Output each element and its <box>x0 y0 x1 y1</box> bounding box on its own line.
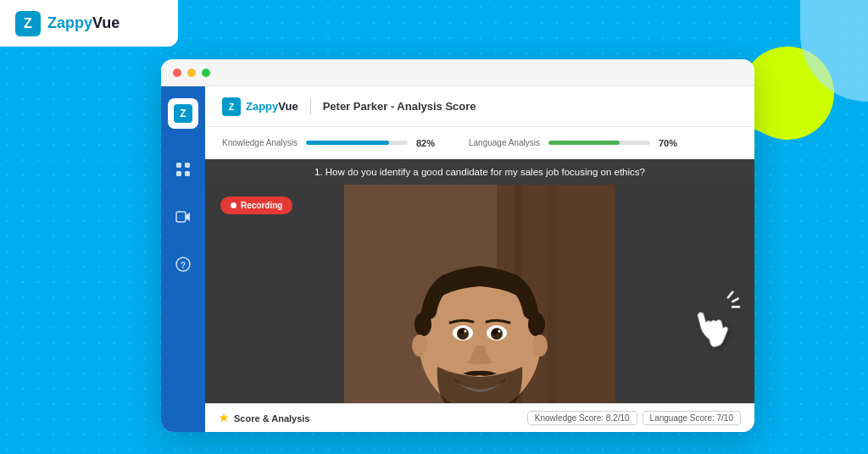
star-icon: ★ <box>219 412 229 424</box>
language-score-badge: Language Score: 7/10 <box>643 411 741 425</box>
svg-rect-5 <box>176 171 181 176</box>
svg-line-0 <box>727 292 734 298</box>
score-badges: Knowledge Score: 8.2/10 Language Score: … <box>527 411 741 425</box>
svg-text:?: ? <box>181 261 186 270</box>
browser-chrome <box>161 59 754 86</box>
sidebar-item-apps[interactable] <box>170 156 197 183</box>
score-analysis-section: ★ Score & Analysis <box>219 412 309 424</box>
svg-rect-3 <box>176 163 181 168</box>
browser-dot-red[interactable] <box>173 69 181 77</box>
app-header: Z ZappyVue Peter Parker - Analysis Score <box>205 86 754 127</box>
knowledge-bar-container <box>306 141 408 145</box>
score-analysis-label: Score & Analysis <box>234 413 309 424</box>
sidebar: Z ? <box>161 86 205 432</box>
svg-point-18 <box>412 335 427 357</box>
language-score-item: Language Analysis 70% <box>469 138 677 148</box>
person-video <box>205 180 754 403</box>
svg-point-27 <box>498 330 501 333</box>
recording-dot <box>231 202 236 208</box>
header-logo-text: ZappyVue <box>246 100 298 113</box>
score-bars: Knowledge Analysis 82% Language Analysis… <box>205 127 754 159</box>
recording-badge: Recording <box>220 197 292 214</box>
svg-point-16 <box>415 313 431 336</box>
browser-dot-yellow[interactable] <box>187 69 196 77</box>
svg-rect-6 <box>185 171 190 176</box>
header-logo-icon: Z <box>222 97 241 116</box>
header-logo: Z ZappyVue <box>222 97 298 116</box>
language-percent: 70% <box>659 138 677 148</box>
sidebar-item-help[interactable]: ? <box>170 251 197 278</box>
svg-rect-7 <box>176 212 186 222</box>
svg-line-2 <box>732 305 739 308</box>
video-area: 1. How do you identify a good candidate … <box>205 159 754 403</box>
bottom-bar: ★ Score & Analysis Knowledge Score: 8.2/… <box>205 403 754 432</box>
knowledge-percent: 82% <box>416 138 435 148</box>
top-logo-icon: Z <box>15 11 41 36</box>
app-layout: Z ? <box>161 86 754 432</box>
header-title: Peter Parker - Analysis Score <box>323 100 476 113</box>
knowledge-label: Knowledge Analysis <box>222 138 298 147</box>
svg-point-24 <box>459 329 464 335</box>
language-bar-container <box>548 141 650 145</box>
svg-point-25 <box>492 329 498 335</box>
sidebar-logo[interactable]: Z <box>168 98 198 129</box>
header-divider <box>310 98 311 115</box>
svg-rect-13 <box>548 180 556 403</box>
top-logo-bar: Z ZappyVue <box>0 0 178 47</box>
knowledge-score-item: Knowledge Analysis 82% <box>222 138 435 148</box>
language-bar-fill <box>548 141 620 145</box>
recording-label: Recording <box>241 201 282 210</box>
main-content: Z ZappyVue Peter Parker - Analysis Score… <box>205 86 754 432</box>
top-logo-text: ZappyVue <box>47 14 120 32</box>
knowledge-score-badge: Knowledge Score: 8.2/10 <box>527 411 637 425</box>
knowledge-bar-fill <box>306 141 389 145</box>
question-bar: 1. How do you identify a good candidate … <box>205 159 754 185</box>
browser-window: Z ? <box>161 59 754 432</box>
sidebar-logo-icon: Z <box>174 104 192 123</box>
language-label: Language Analysis <box>469 138 540 147</box>
sidebar-item-video[interactable] <box>170 203 197 230</box>
svg-point-19 <box>532 335 548 357</box>
svg-point-26 <box>465 330 467 333</box>
svg-rect-4 <box>185 163 190 168</box>
svg-point-17 <box>528 313 545 336</box>
svg-line-1 <box>732 298 739 302</box>
browser-dot-green[interactable] <box>202 69 210 77</box>
person-svg <box>344 180 615 403</box>
question-text: 1. How do you identify a good candidate … <box>222 167 737 177</box>
